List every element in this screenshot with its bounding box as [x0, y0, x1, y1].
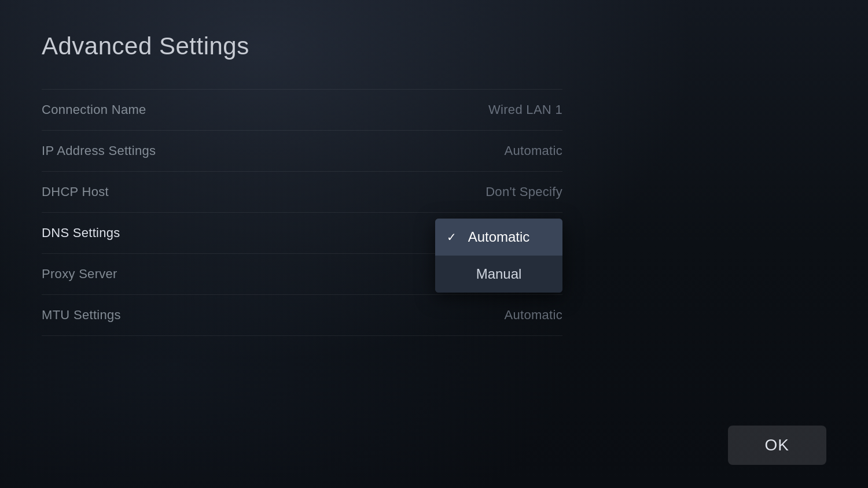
mtu-settings-value: Automatic [504, 308, 562, 323]
proxy-server-label: Proxy Server [42, 267, 117, 282]
dhcp-host-value: Don't Specify [486, 184, 562, 199]
dns-option-manual[interactable]: Manual [435, 256, 562, 293]
page-title: Advanced Settings [42, 32, 826, 60]
ip-address-value: Automatic [504, 143, 562, 158]
mtu-settings-label: MTU Settings [42, 308, 121, 323]
setting-row-mtu-settings[interactable]: MTU Settings Automatic [42, 295, 562, 336]
dns-settings-label: DNS Settings [42, 225, 120, 241]
connection-name-label: Connection Name [42, 102, 146, 117]
dhcp-host-label: DHCP Host [42, 184, 109, 199]
connection-name-value: Wired LAN 1 [488, 102, 562, 117]
dns-option-automatic[interactable]: Automatic [435, 219, 562, 256]
dns-dropdown[interactable]: Automatic Manual [435, 219, 562, 293]
dns-dropdown-menu: Automatic Manual [435, 219, 562, 293]
setting-row-connection-name[interactable]: Connection Name Wired LAN 1 [42, 89, 562, 131]
setting-row-dhcp-host[interactable]: DHCP Host Don't Specify [42, 172, 562, 213]
settings-list: Connection Name Wired LAN 1 IP Address S… [42, 89, 562, 336]
ip-address-label: IP Address Settings [42, 143, 156, 158]
setting-row-dns-settings[interactable]: DNS Settings Automatic Manual [42, 213, 562, 254]
setting-row-ip-address[interactable]: IP Address Settings Automatic [42, 131, 562, 172]
